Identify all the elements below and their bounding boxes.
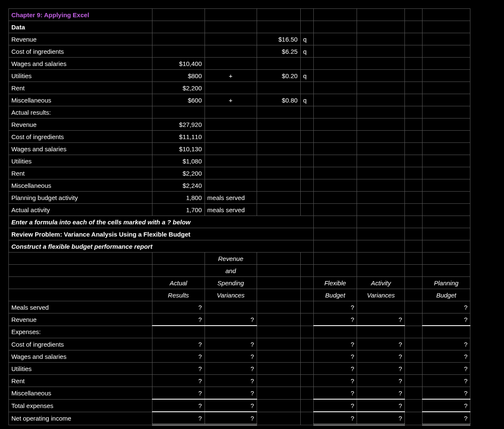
rep-netop-label: Net operating income (9, 412, 152, 425)
wages-fixed[interactable]: $10,400 (152, 58, 205, 70)
cell-misc-actual[interactable]: ? (152, 387, 205, 400)
data-header: Data (9, 21, 152, 33)
cell-util-flex[interactable]: ? (313, 363, 357, 375)
cell-misc-actvar[interactable]: ? (357, 387, 405, 400)
rep-misc-label: Miscellaneous (9, 387, 152, 400)
cell-costing-actvar[interactable]: ? (357, 338, 405, 350)
cell-costing-flex[interactable]: ? (313, 338, 357, 350)
hdr-actv-2: Variances (357, 289, 405, 301)
actual-revenue[interactable]: $27,920 (152, 118, 205, 131)
cell-util-actual[interactable]: ? (152, 363, 205, 375)
actual-activity-unit: meals served (205, 204, 257, 216)
cell-wages-actvar[interactable]: ? (357, 350, 405, 363)
actual-wages[interactable]: $10,130 (152, 143, 205, 155)
row-utilities-label: Utilities (9, 70, 152, 82)
cell-totexp-spvar[interactable]: ? (205, 399, 257, 412)
actual-misc-label: Miscellaneous (9, 179, 152, 192)
misc-rate[interactable]: $0.80 (257, 94, 300, 106)
actual-utilities[interactable]: $1,080 (152, 155, 205, 167)
cell-rent-plan[interactable]: ? (422, 375, 470, 387)
hdr-plan-2: Budget (422, 289, 470, 301)
cell-netop-flex[interactable]: ? (313, 412, 357, 425)
cell-wages-actual[interactable]: ? (152, 350, 205, 363)
cell-totexp-flex[interactable]: ? (313, 399, 357, 412)
actual-misc[interactable]: $2,240 (152, 179, 205, 192)
planning-activity-unit: meals served (205, 192, 257, 204)
actual-results-header: Actual results: (9, 106, 152, 118)
utilities-unit: q (300, 70, 313, 82)
utilities-fixed[interactable]: $800 (152, 70, 205, 82)
actual-rent-label: Rent (9, 167, 152, 179)
hdr-revenue-1: Revenue (205, 253, 257, 265)
cell-costing-actual[interactable]: ? (152, 338, 205, 350)
rep-meals-label: Meals served (9, 301, 152, 313)
cell-util-actvar[interactable]: ? (357, 363, 405, 375)
planning-activity[interactable]: 1,800 (152, 192, 205, 204)
cell-misc-plan[interactable]: ? (422, 387, 470, 400)
actual-rent[interactable]: $2,200 (152, 167, 205, 179)
rep-revenue-label: Revenue (9, 313, 152, 326)
cell-netop-spvar[interactable]: ? (205, 412, 257, 425)
cell-rent-flex[interactable]: ? (313, 375, 357, 387)
row-rent-label: Rent (9, 82, 152, 94)
cell-wages-spvar[interactable]: ? (205, 350, 257, 363)
cell-misc-flex[interactable]: ? (313, 387, 357, 400)
cell-wages-plan[interactable]: ? (422, 350, 470, 363)
cell-rev-actual[interactable]: ? (152, 313, 205, 326)
cell-util-plan[interactable]: ? (422, 363, 470, 375)
cell-costing-spvar[interactable]: ? (205, 338, 257, 350)
hdr-actv-1: Activity (357, 277, 405, 289)
cell-meals-plan[interactable]: ? (422, 301, 470, 313)
revenue-rate[interactable]: $16.50 (257, 33, 300, 45)
instruction-2: Review Problem: Variance Analysis Using … (9, 228, 314, 240)
cell-rent-spvar[interactable]: ? (205, 375, 257, 387)
actual-activity[interactable]: 1,700 (152, 204, 205, 216)
cell-totexp-actvar[interactable]: ? (357, 399, 405, 412)
cell-rev-spvar[interactable]: ? (205, 313, 257, 326)
row-misc-label: Miscellaneous (9, 94, 152, 106)
cell-netop-actual[interactable]: ? (152, 412, 205, 425)
row-wages-label: Wages and salaries (9, 58, 152, 70)
hdr-flex-2: Budget (313, 289, 357, 301)
costing-rate[interactable]: $6.25 (257, 45, 300, 58)
instruction-1: Enter a formula into each of the cells m… (9, 216, 314, 228)
hdr-revenue-3: Spending (205, 277, 257, 289)
row-costing-label: Cost of ingredients (9, 45, 152, 58)
cell-meals-actual[interactable]: ? (152, 301, 205, 313)
hdr-plan-1: Planning (422, 277, 470, 289)
actual-utilities-label: Utilities (9, 155, 152, 167)
spreadsheet: Chapter 9: Applying Excel Data Revenue $… (8, 8, 470, 426)
rep-costing-label: Cost of ingredients (9, 338, 152, 350)
instruction-3: Construct a flexible budget performance … (9, 240, 314, 253)
cell-rev-plan[interactable]: ? (422, 313, 470, 326)
cell-costing-plan[interactable]: ? (422, 338, 470, 350)
cell-netop-plan[interactable]: ? (422, 412, 470, 425)
rep-rent-label: Rent (9, 375, 152, 387)
cell-totexp-plan[interactable]: ? (422, 399, 470, 412)
cell-netop-actvar[interactable]: ? (357, 412, 405, 425)
misc-fixed[interactable]: $600 (152, 94, 205, 106)
cell-util-spvar[interactable]: ? (205, 363, 257, 375)
misc-unit: q (300, 94, 313, 106)
cell-wages-flex[interactable]: ? (313, 350, 357, 363)
cell-rev-flex[interactable]: ? (313, 313, 357, 326)
actual-wages-label: Wages and salaries (9, 143, 152, 155)
actual-activity-label: Actual activity (9, 204, 152, 216)
rep-expenses-header: Expenses: (9, 326, 152, 338)
rent-fixed[interactable]: $2,200 (152, 82, 205, 94)
cell-totexp-actual[interactable]: ? (152, 399, 205, 412)
revenue-unit: q (300, 33, 313, 45)
hdr-actual-1: Actual (152, 277, 205, 289)
utilities-rate[interactable]: $0.20 (257, 70, 300, 82)
cell-rent-actvar[interactable]: ? (357, 375, 405, 387)
cell-rev-actvar[interactable]: ? (357, 313, 405, 326)
row-revenue-label: Revenue (9, 33, 152, 45)
actual-revenue-label: Revenue (9, 118, 152, 131)
cell-rent-actual[interactable]: ? (152, 375, 205, 387)
costing-unit: q (300, 45, 313, 58)
actual-costing-label: Cost of ingredients (9, 131, 152, 143)
actual-costing[interactable]: $11,110 (152, 131, 205, 143)
hdr-actual-2: Results (152, 289, 205, 301)
cell-misc-spvar[interactable]: ? (205, 387, 257, 400)
cell-meals-flex[interactable]: ? (313, 301, 357, 313)
